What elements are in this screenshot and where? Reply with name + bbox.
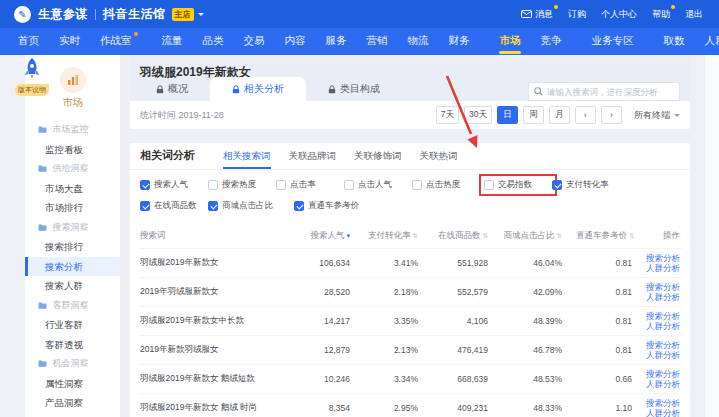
sidebar-item[interactable]: 客群透视 — [25, 335, 120, 355]
nav-item[interactable]: 财务 — [439, 28, 480, 55]
sort-icon[interactable]: ⇅ — [413, 232, 418, 239]
tab[interactable]: 概况 — [134, 77, 210, 101]
checkbox-icon[interactable] — [294, 201, 304, 211]
sidebar-item[interactable]: 机会洞察 — [25, 354, 120, 374]
header-link[interactable]: 个人中心 — [601, 8, 637, 21]
crowd-analysis-link[interactable]: 人群分析 — [646, 379, 680, 390]
word-type-tab[interactable]: 关联修饰词 — [354, 150, 402, 169]
crowd-analysis-link[interactable]: 人群分析 — [646, 408, 680, 417]
word-type-tab[interactable]: 关联品牌词 — [289, 150, 337, 169]
sort-icon[interactable]: ⇅ — [629, 232, 634, 239]
metric-checkbox-item[interactable]: 点击热度 — [412, 179, 484, 191]
checkbox-icon[interactable] — [276, 180, 286, 190]
checkbox-icon[interactable] — [412, 180, 422, 190]
metric-checkbox-item[interactable]: 搜索热度 — [208, 179, 276, 191]
search-input[interactable] — [547, 87, 674, 97]
header-link[interactable]: 消息 — [521, 8, 553, 21]
checkbox-icon[interactable] — [552, 180, 562, 190]
metric-checkbox-item[interactable]: 点击率 — [276, 179, 344, 191]
sidebar-item[interactable]: 搜索分析 — [25, 257, 120, 277]
tab[interactable]: 相关分析 — [210, 77, 306, 101]
date-range-button[interactable]: 日 — [497, 106, 518, 124]
date-range-button[interactable]: 周 — [523, 106, 544, 124]
chevron-down-icon[interactable] — [198, 13, 204, 19]
sidebar-item[interactable]: 产品洞察 — [25, 393, 120, 413]
column-header[interactable]: 商城点击占比 — [504, 230, 555, 240]
search-analysis-link[interactable]: 搜索分析 — [646, 340, 680, 351]
date-range-button[interactable]: 月 — [549, 106, 570, 124]
sidebar-item[interactable]: 行业客群 — [25, 315, 120, 335]
word-type-tab[interactable]: 相关搜索词 — [223, 150, 271, 169]
crowd-analysis-link[interactable]: 人群分析 — [646, 292, 680, 303]
crowd-analysis-link[interactable]: 人群分析 — [646, 321, 680, 332]
metric-checkbox-item[interactable]: 商城点击占比 — [208, 200, 294, 212]
metric-checkbox-item[interactable]: 直通车参考价 — [294, 200, 362, 212]
column-header[interactable]: 支付转化率 — [368, 230, 411, 240]
column-header[interactable]: 在线商品数 — [438, 230, 481, 240]
sidebar-item[interactable]: 属性洞察 — [25, 374, 120, 394]
metric-checkbox-item[interactable]: 搜索人气 — [140, 179, 208, 191]
nav-item[interactable]: 服务 — [316, 28, 357, 55]
date-range-button[interactable]: › — [601, 106, 622, 124]
column-header[interactable]: 直通车参考价 — [576, 230, 627, 240]
nav-item[interactable]: 营销 — [357, 28, 398, 55]
tab[interactable]: 类目构成 — [306, 77, 402, 101]
sidebar-item[interactable]: 供给洞察 — [25, 159, 120, 179]
checkbox-icon[interactable] — [484, 180, 494, 190]
sort-icon[interactable]: ⇅ — [557, 232, 562, 239]
column-header[interactable]: 搜索人气 — [310, 230, 344, 240]
nav-item[interactable]: 流量 — [152, 28, 193, 55]
nav-item[interactable]: 物流 — [398, 28, 439, 55]
checkbox-icon[interactable] — [140, 201, 150, 211]
date-range-button[interactable]: 7天 — [436, 106, 459, 124]
nav-item[interactable]: 内容 — [275, 28, 316, 55]
checkbox-icon[interactable] — [140, 180, 150, 190]
version-badge[interactable]: 版本说明 — [15, 84, 49, 96]
checkbox-icon[interactable] — [344, 180, 354, 190]
search-analysis-link[interactable]: 搜索分析 — [646, 311, 680, 322]
crowd-analysis-link[interactable]: 人群分析 — [646, 263, 680, 274]
metric-checkbox-item[interactable]: 在线商品数 — [140, 200, 208, 212]
metric-checkbox-item[interactable]: 交易指数 — [484, 179, 552, 191]
cell-pay-conversion: 3.34% — [364, 365, 432, 394]
scrollbar[interactable] — [704, 55, 719, 417]
column-header[interactable]: 搜索词 — [140, 230, 166, 240]
sidebar-item[interactable]: 搜索洞察 — [25, 218, 120, 238]
search-analysis-link[interactable]: 搜索分析 — [646, 369, 680, 380]
nav-item[interactable]: 首页 — [8, 28, 49, 55]
nav-item[interactable]: 交易 — [234, 28, 275, 55]
nav-item[interactable]: 品类 — [193, 28, 234, 55]
nav-item[interactable]: 市场 — [490, 28, 531, 55]
metric-checkbox-item[interactable]: 支付转化率 — [552, 179, 620, 191]
header-link[interactable]: 帮助 — [652, 8, 670, 21]
sidebar-item[interactable]: 搜索人群 — [25, 276, 120, 296]
nav-item[interactable]: 竞争 — [531, 28, 572, 55]
version-helper[interactable]: 版本说明 — [4, 57, 60, 96]
sidebar-item[interactable]: 市场监控 — [25, 120, 120, 140]
nav-item[interactable]: 取数 — [654, 28, 695, 55]
sort-desc-icon[interactable]: ▾ — [346, 232, 350, 239]
sidebar-item[interactable]: 市场大盘 — [25, 179, 120, 199]
header-link[interactable]: 订购 — [568, 8, 586, 21]
date-range-button[interactable]: 30天 — [464, 106, 492, 124]
checkbox-icon[interactable] — [208, 180, 218, 190]
sidebar-item[interactable]: 监控看板 — [25, 140, 120, 160]
nav-item[interactable]: 实时 — [49, 28, 90, 55]
sidebar-item[interactable]: 客群洞察 — [25, 296, 120, 316]
nav-item[interactable]: 作战室 — [90, 28, 142, 55]
word-type-tab[interactable]: 关联热词 — [420, 150, 458, 169]
crowd-analysis-link[interactable]: 人群分析 — [646, 350, 680, 361]
date-range-button[interactable]: ‹ — [575, 106, 596, 124]
checkbox-icon[interactable] — [208, 201, 218, 211]
search-analysis-link[interactable]: 搜索分析 — [646, 398, 680, 409]
sort-icon[interactable]: ⇅ — [483, 232, 488, 239]
metric-checkbox-item[interactable]: 点击人气 — [344, 179, 412, 191]
nav-item[interactable]: 业务专区 — [582, 28, 644, 55]
sidebar-item[interactable]: 搜索排行 — [25, 237, 120, 257]
search-analysis-link[interactable]: 搜索分析 — [646, 282, 680, 293]
search-analysis-link[interactable]: 搜索分析 — [646, 253, 680, 264]
sidebar-item[interactable]: 市场排行 — [25, 198, 120, 218]
nav-item[interactable]: 人群管理 — [695, 28, 719, 55]
header-link[interactable]: 退出 — [685, 8, 703, 21]
terminal-filter[interactable]: 所有终端 — [634, 109, 680, 122]
